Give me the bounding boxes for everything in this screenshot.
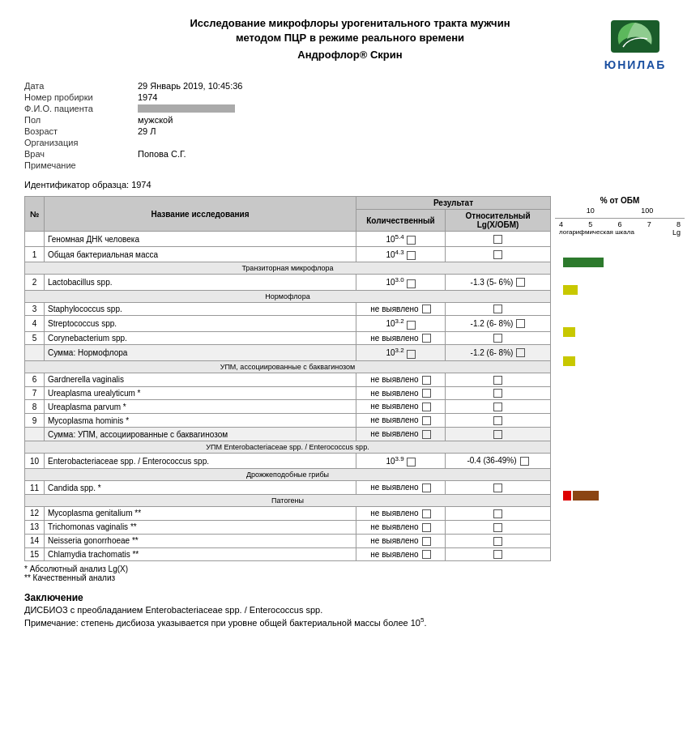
table-row: 15Chlamydia trachomatis **не выявлено bbox=[25, 547, 551, 561]
checkbox-rel bbox=[493, 376, 502, 385]
th-rel: ОтносительныйLg(X/ОБМ) bbox=[446, 210, 551, 232]
cell-num: 10 bbox=[25, 453, 45, 468]
cell-rel bbox=[446, 373, 551, 386]
cell-quant: не выявлено bbox=[356, 520, 446, 534]
cell-name: Сумма: УПМ, ассоциированные с баквагиноз… bbox=[45, 428, 356, 441]
cell-num: 2 bbox=[25, 275, 45, 290]
checkbox-rel bbox=[493, 334, 502, 343]
table-row: 10Enterobacteriaceae spp. / Enterococcus… bbox=[25, 453, 551, 468]
info-row-sex: Пол мужской bbox=[24, 115, 676, 125]
cell-name: Mycoplasma genitalium ** bbox=[45, 507, 356, 521]
logo-container: ЮНИЛАБ bbox=[595, 16, 676, 71]
doctor-label: Врач bbox=[24, 149, 138, 159]
checkbox bbox=[422, 376, 431, 385]
cell-quant: не выявлено bbox=[356, 414, 446, 428]
chart-title: % от ОБМ bbox=[555, 196, 685, 205]
sex-label: Пол bbox=[24, 115, 138, 125]
cell-quant: 103.2 bbox=[356, 345, 446, 360]
header-titles: Исследование микрофлоры урогенитального … bbox=[105, 16, 595, 61]
cell-rel: -1.3 (5- 6%) bbox=[446, 275, 551, 290]
checkbox bbox=[422, 305, 431, 313]
table-row: 2Lactobacillus spp.103.0 -1.3 (5- 6%) bbox=[25, 275, 551, 290]
conclusion-section: Заключение ДИСБИОЗ с преобладанием Enter… bbox=[24, 592, 676, 628]
conclusion-title: Заключение bbox=[24, 592, 676, 603]
cell-quant: 103.9 bbox=[356, 453, 446, 468]
checkbox bbox=[422, 537, 431, 546]
footnotes: * Абсолютный анализ Lg(X) ** Качественны… bbox=[24, 564, 551, 582]
cell-num: 4 bbox=[25, 316, 45, 331]
th-name: Название исследования bbox=[45, 197, 356, 232]
th-result: Результат bbox=[356, 197, 551, 210]
chart-bar bbox=[563, 285, 578, 295]
checkbox bbox=[422, 389, 431, 398]
chart-bar bbox=[563, 491, 571, 501]
cell-num bbox=[25, 232, 45, 247]
checkbox bbox=[422, 334, 431, 343]
main-content: № Название исследования Результат Количе… bbox=[24, 196, 676, 582]
checkbox-rel bbox=[493, 235, 502, 244]
table-row: 12Mycoplasma genitalium **не выявлено bbox=[25, 507, 551, 521]
patient-value bbox=[138, 104, 235, 113]
cell-quant: не выявлено bbox=[356, 302, 446, 316]
checkbox bbox=[422, 550, 431, 559]
checkbox-rel bbox=[493, 509, 502, 518]
info-row-org: Организация bbox=[24, 138, 676, 147]
table-row: 1Общая бактериальная масса104.3 bbox=[25, 247, 551, 262]
pct-100: 100 bbox=[641, 207, 653, 215]
table-row: Геномная ДНК человека105.4 bbox=[25, 232, 551, 247]
age-label: Возраст bbox=[24, 126, 138, 136]
checkbox bbox=[422, 523, 431, 532]
cell-num: 6 bbox=[25, 373, 45, 386]
cell-rel bbox=[446, 400, 551, 414]
checkbox-rel bbox=[493, 250, 502, 259]
note-label: Примечание bbox=[24, 160, 138, 170]
logo-text: ЮНИЛАБ bbox=[604, 58, 667, 71]
cell-num: 12 bbox=[25, 507, 45, 521]
cell-quant: не выявлено bbox=[356, 481, 446, 495]
th-quant: Количественный bbox=[356, 210, 446, 232]
cell-num: 13 bbox=[25, 520, 45, 534]
chart-area: % от ОБМ 10 100 4 5 6 7 8 логарифмическа… bbox=[555, 196, 685, 582]
percent-scale: 10 100 bbox=[555, 207, 685, 215]
chart-bar bbox=[563, 356, 575, 366]
logo-icon bbox=[607, 16, 664, 57]
cell-num: 1 bbox=[25, 247, 45, 262]
cell-rel bbox=[446, 507, 551, 521]
checkbox-rel bbox=[493, 305, 502, 313]
info-row-note: Примечание bbox=[24, 160, 676, 170]
section-header-cell: УПМ, ассоциированные с баквагинозом bbox=[25, 360, 551, 373]
checkbox-rel bbox=[493, 430, 502, 439]
section-header-cell: УПМ Enterobacteriaceae spp. / Enterococc… bbox=[25, 441, 551, 453]
info-row-tube: Номер пробирки 1974 bbox=[24, 92, 676, 102]
checkbox-rel bbox=[493, 484, 502, 492]
cell-quant: 103.2 bbox=[356, 316, 446, 331]
table-row: 9Mycoplasma hominis *не выявлено bbox=[25, 414, 551, 428]
cell-num: 14 bbox=[25, 534, 45, 547]
cell-name: Lactobacillus spp. bbox=[45, 275, 356, 290]
cell-name: Candida spp. * bbox=[45, 481, 356, 495]
table-row: 8Ureaplasma parvum *не выявлено bbox=[25, 400, 551, 414]
info-row-doctor: Врач Попова С.Г. bbox=[24, 149, 676, 159]
tube-value: 1974 bbox=[138, 92, 157, 102]
conclusion-text2: Примечание: степень дисбиоза указывается… bbox=[24, 616, 676, 628]
pct-10: 10 bbox=[587, 207, 595, 215]
page-header: Исследование микрофлоры урогенитального … bbox=[24, 16, 676, 71]
cell-rel bbox=[446, 232, 551, 247]
results-table: № Название исследования Результат Количе… bbox=[24, 196, 551, 561]
checkbox-rel bbox=[493, 537, 502, 546]
info-row-patient: Ф.И.О. пациента bbox=[24, 104, 676, 113]
checkbox bbox=[422, 416, 431, 425]
cell-num: 8 bbox=[25, 400, 45, 414]
checkbox-rel bbox=[493, 523, 502, 532]
sub-title: Андрофлор® Скрин bbox=[105, 49, 595, 61]
cell-name: Сумма: Нормофлора bbox=[45, 345, 356, 360]
identifier: Идентификатор образца: 1974 bbox=[24, 180, 676, 190]
cell-rel bbox=[446, 481, 551, 495]
table-row: Сумма: УПМ, ассоциированные с баквагиноз… bbox=[25, 428, 551, 441]
cell-quant: 104.3 bbox=[356, 247, 446, 262]
age-value: 29 Л bbox=[138, 126, 156, 136]
cell-name: Ureaplasma parvum * bbox=[45, 400, 356, 414]
section-header-cell: Дрожжеподобные грибы bbox=[25, 469, 551, 481]
cell-rel: -1.2 (6- 8%) bbox=[446, 316, 551, 331]
chart-bar bbox=[563, 327, 575, 337]
